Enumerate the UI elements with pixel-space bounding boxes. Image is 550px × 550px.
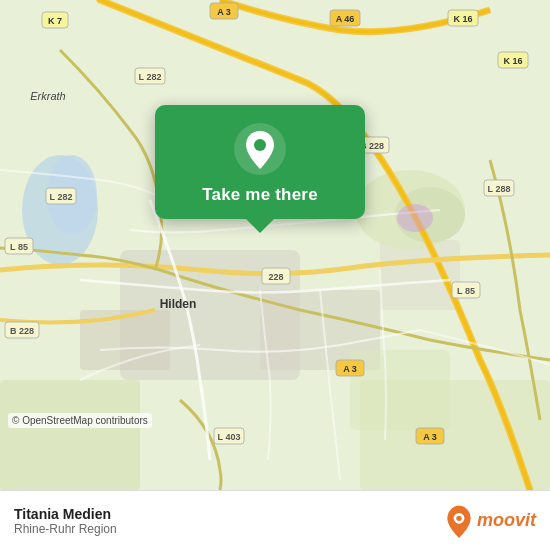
- svg-text:L 403: L 403: [218, 432, 241, 442]
- svg-rect-6: [380, 240, 460, 310]
- svg-text:K 7: K 7: [48, 16, 62, 26]
- svg-text:A 3: A 3: [217, 7, 231, 17]
- map-container: K 7 A 3 A 46 K 16 K 16 L 282 B 228 L 85 …: [0, 0, 550, 490]
- svg-rect-10: [0, 380, 140, 490]
- svg-point-48: [254, 139, 266, 151]
- footer-title: Titania Medien: [14, 506, 444, 522]
- svg-text:L 282: L 282: [50, 192, 73, 202]
- location-pin-icon: [234, 123, 286, 175]
- svg-text:Hilden: Hilden: [160, 297, 197, 311]
- svg-point-50: [456, 515, 461, 520]
- svg-text:K 16: K 16: [503, 56, 522, 66]
- svg-text:L 85: L 85: [457, 286, 475, 296]
- svg-text:Erkrath: Erkrath: [30, 90, 65, 102]
- svg-point-46: [397, 204, 433, 232]
- svg-text:L 282: L 282: [139, 72, 162, 82]
- popup-label: Take me there: [202, 185, 318, 205]
- moovit-logo: moovit: [444, 504, 536, 538]
- moovit-pin-icon: [444, 504, 474, 538]
- svg-text:L 288: L 288: [488, 184, 511, 194]
- popup-card[interactable]: Take me there: [155, 105, 365, 219]
- footer-text: Titania Medien Rhine-Ruhr Region: [14, 506, 444, 536]
- footer-bar: Titania Medien Rhine-Ruhr Region moovit: [0, 490, 550, 550]
- moovit-wordmark: moovit: [477, 510, 536, 531]
- svg-text:A 3: A 3: [423, 432, 437, 442]
- svg-text:A 46: A 46: [336, 14, 355, 24]
- svg-text:L 85: L 85: [10, 242, 28, 252]
- footer-subtitle: Rhine-Ruhr Region: [14, 522, 444, 536]
- svg-text:228: 228: [268, 272, 283, 282]
- svg-text:B 228: B 228: [10, 326, 34, 336]
- svg-text:A 3: A 3: [343, 364, 357, 374]
- copyright-text: © OpenStreetMap contributors: [8, 413, 152, 428]
- svg-text:K 16: K 16: [453, 14, 472, 24]
